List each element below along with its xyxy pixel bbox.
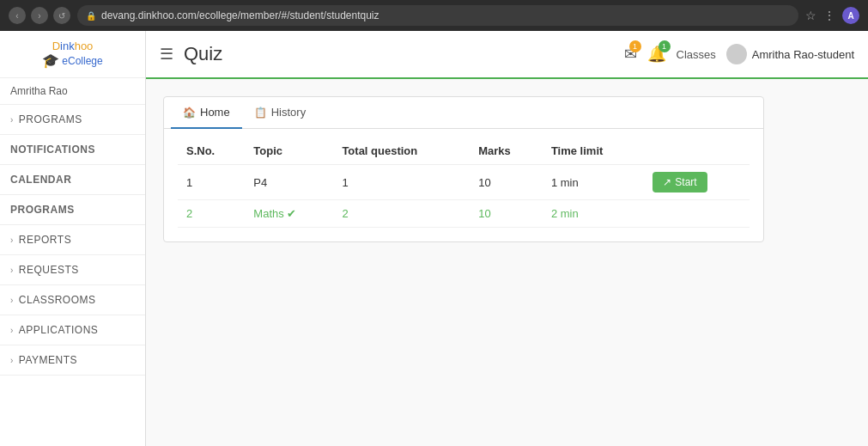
topbar-right: ✉ 1 🔔 1 Classes Amritha Rao-student <box>624 44 854 64</box>
sidebar-username: Amritha Rao <box>10 85 68 97</box>
main-content: 🏠 Home 📋 History S.No. Topic <box>146 79 868 446</box>
cell-topic: Maths ✔ <box>245 200 333 228</box>
logo-d: D <box>52 40 60 52</box>
topbar: ☰ Quiz ✉ 1 🔔 1 Classes Amritha Rao-stude… <box>146 31 868 79</box>
quiz-card: 🏠 Home 📋 History S.No. Topic <box>163 96 764 242</box>
sidebar-item-applications[interactable]: › APPLICATIONS <box>0 315 145 345</box>
tab-home[interactable]: 🏠 Home <box>171 97 242 129</box>
back-button[interactable]: ‹ <box>9 7 26 24</box>
mail-icon-wrap[interactable]: ✉ 1 <box>624 45 637 64</box>
cell-marks: 10 <box>470 165 543 200</box>
sidebar-item-label: PROGRAMS <box>10 204 75 216</box>
lock-icon: 🔒 <box>86 11 96 21</box>
col-marks: Marks <box>470 137 543 165</box>
sidebar-item-programs-1[interactable]: › PROGRAMS <box>0 105 145 135</box>
tab-home-label: Home <box>200 106 230 119</box>
cell-total-q: 2 <box>333 200 470 228</box>
tab-history-label: History <box>271 106 306 119</box>
browser-chrome: ‹ › ↺ 🔒 devang.dinkhoo.com/ecollege/memb… <box>0 0 868 31</box>
cell-topic: P4 <box>245 165 333 200</box>
sidebar-item-label: PROGRAMS <box>19 113 82 125</box>
cell-time: 2 min <box>543 200 644 228</box>
logo-hoo: hoo <box>75 40 94 52</box>
quiz-table-wrap: S.No. Topic Total question Marks Time li… <box>164 129 763 241</box>
browser-controls: ‹ › ↺ <box>9 7 70 24</box>
history-icon: 📋 <box>254 107 267 119</box>
cell-action <box>644 200 750 228</box>
chevron-icon: › <box>10 296 14 305</box>
bell-badge: 1 <box>659 40 671 52</box>
cell-time: 1 min <box>543 165 644 200</box>
cell-sno: 1 <box>178 165 245 200</box>
chevron-icon: › <box>10 356 14 365</box>
check-icon: ✔ <box>287 207 296 220</box>
app-layout: Dinkhoo 🎓 eCollege Amritha Rao › PROGRAM… <box>0 31 868 446</box>
table-body: 1 P4 1 10 1 min ↗ Start <box>178 165 750 228</box>
page-title: Quiz <box>184 43 614 65</box>
browser-right: ☆ ⋮ A <box>805 7 859 24</box>
col-sno: S.No. <box>178 137 245 165</box>
user-section: Amritha Rao <box>0 78 145 105</box>
sidebar-item-label: REQUESTS <box>19 264 79 276</box>
chevron-icon: › <box>10 266 14 275</box>
chevron-icon: › <box>10 235 14 245</box>
tab-history[interactable]: 📋 History <box>242 97 318 129</box>
graduation-icon: 🎓 <box>42 52 59 69</box>
sidebar-item-label: NOTIFICATIONS <box>10 144 95 156</box>
browser-avatar: A <box>842 7 859 24</box>
start-icon: ↗ <box>663 176 671 188</box>
menu-icon[interactable]: ⋮ <box>823 9 835 22</box>
user-name: Amritha Rao-student <box>752 48 854 61</box>
sidebar-item-calendar[interactable]: CALENDAR <box>0 165 145 195</box>
chevron-icon: › <box>10 115 14 125</box>
col-action <box>644 137 750 165</box>
bell-icon-wrap[interactable]: 🔔 1 <box>647 45 666 64</box>
url-text: devang.dinkhoo.com/ecollege/member/#/stu… <box>101 9 379 21</box>
sidebar: Dinkhoo 🎓 eCollege Amritha Rao › PROGRAM… <box>0 31 146 446</box>
sidebar-item-payments[interactable]: › PAYMENTS <box>0 345 145 376</box>
sidebar-item-label: APPLICATIONS <box>19 324 98 336</box>
star-icon[interactable]: ☆ <box>805 9 816 22</box>
sidebar-item-label: PAYMENTS <box>19 354 77 366</box>
sidebar-item-classrooms[interactable]: › CLASSROOMS <box>0 285 145 315</box>
sidebar-item-label: CALENDAR <box>10 174 71 186</box>
reload-button[interactable]: ↺ <box>53 7 70 24</box>
col-topic: Topic <box>245 137 333 165</box>
sidebar-item-label: REPORTS <box>19 234 71 246</box>
mail-badge: 1 <box>629 40 641 52</box>
sidebar-item-programs-2[interactable]: PROGRAMS <box>0 195 145 225</box>
sidebar-item-requests[interactable]: › REQUESTS <box>0 255 145 285</box>
logo-ink: ink <box>60 40 75 52</box>
logo-area: Dinkhoo 🎓 eCollege <box>0 31 145 78</box>
cell-sno: 2 <box>178 200 245 228</box>
cell-action: ↗ Start <box>644 165 750 200</box>
cell-marks: 10 <box>470 200 543 228</box>
sidebar-item-label: CLASSROOMS <box>19 294 96 306</box>
logo: Dinkhoo <box>52 40 94 52</box>
start-button[interactable]: ↗ Start <box>653 172 707 192</box>
quiz-tabs: 🏠 Home 📋 History <box>164 97 763 129</box>
user-avatar <box>726 44 747 64</box>
sidebar-item-reports[interactable]: › REPORTS <box>0 225 145 255</box>
logo-ecollege: 🎓 eCollege <box>42 52 102 69</box>
start-label: Start <box>675 176 696 188</box>
chevron-icon: › <box>10 326 14 335</box>
user-info[interactable]: Amritha Rao-student <box>726 44 854 64</box>
table-row: 2 Maths ✔ 2 10 2 min <box>178 200 750 228</box>
col-time-limit: Time limit <box>543 137 644 165</box>
quiz-table: S.No. Topic Total question Marks Time li… <box>178 137 750 228</box>
address-bar[interactable]: 🔒 devang.dinkhoo.com/ecollege/member/#/s… <box>77 5 798 26</box>
sidebar-item-notifications[interactable]: NOTIFICATIONS <box>0 135 145 165</box>
col-total-question: Total question <box>333 137 470 165</box>
table-header: S.No. Topic Total question Marks Time li… <box>178 137 750 165</box>
forward-button[interactable]: › <box>31 7 48 24</box>
classes-button[interactable]: Classes <box>677 48 716 61</box>
hamburger-icon[interactable]: ☰ <box>160 45 173 64</box>
cell-total-q: 1 <box>333 165 470 200</box>
home-icon: 🏠 <box>183 107 196 119</box>
table-row: 1 P4 1 10 1 min ↗ Start <box>178 165 750 200</box>
